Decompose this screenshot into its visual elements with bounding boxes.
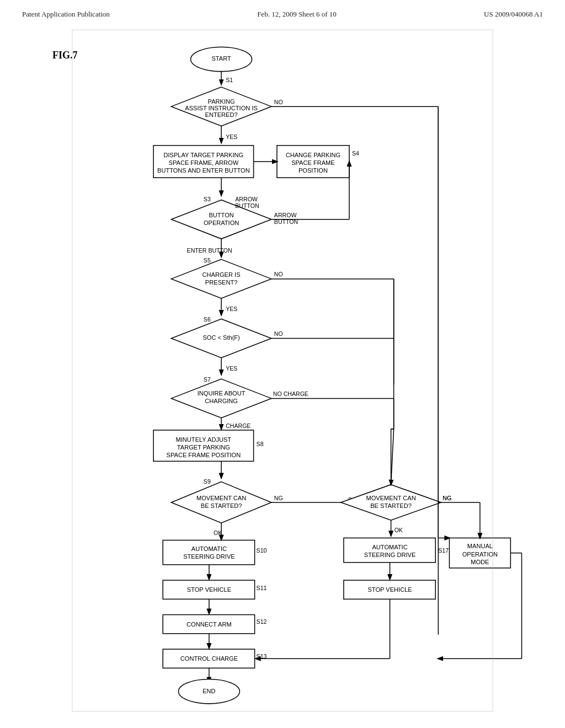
svg-text:STOP VEHICLE: STOP VEHICLE bbox=[367, 586, 412, 593]
svg-text:STOP VEHICLE: STOP VEHICLE bbox=[187, 586, 231, 593]
svg-text:NO: NO bbox=[274, 271, 283, 277]
svg-text:ENTER BUTTON: ENTER BUTTON bbox=[187, 247, 232, 254]
svg-text:CHARGER IS: CHARGER IS bbox=[202, 271, 241, 278]
svg-text:S5: S5 bbox=[204, 257, 211, 264]
svg-text:S10: S10 bbox=[257, 547, 267, 554]
start-node: START bbox=[211, 55, 231, 62]
svg-text:POSITION: POSITION bbox=[299, 167, 328, 174]
svg-text:CONNECT ARM: CONNECT ARM bbox=[186, 621, 232, 628]
svg-text:BUTTON: BUTTON bbox=[274, 218, 298, 225]
svg-text:ASSIST INSTRUCTION IS: ASSIST INSTRUCTION IS bbox=[185, 105, 258, 111]
svg-text:SOC < Sth(F): SOC < Sth(F) bbox=[202, 334, 239, 341]
flowchart-diagram: START S1 PARKING ASSIST INSTRUCTION IS E… bbox=[0, 29, 565, 713]
svg-text:STEERING DRIVE: STEERING DRIVE bbox=[364, 552, 416, 558]
svg-text:SPACE FRAME, ARROW: SPACE FRAME, ARROW bbox=[169, 159, 239, 166]
svg-text:OPERATION: OPERATION bbox=[462, 551, 498, 558]
svg-text:ARROW: ARROW bbox=[274, 212, 297, 218]
svg-text:MODE: MODE bbox=[471, 559, 489, 565]
svg-text:S8: S8 bbox=[257, 441, 264, 447]
svg-text:SPACE FRAME: SPACE FRAME bbox=[291, 159, 335, 166]
svg-text:BE STARTED?: BE STARTED? bbox=[201, 502, 242, 509]
svg-text:OK: OK bbox=[214, 529, 222, 536]
svg-text:CONTROL CHARGE: CONTROL CHARGE bbox=[180, 655, 238, 662]
svg-rect-133 bbox=[72, 30, 493, 711]
header-left: Patent Application Publication bbox=[22, 10, 110, 19]
svg-text:ENTERED?: ENTERED? bbox=[205, 111, 238, 118]
svg-text:MOVEMENT CAN: MOVEMENT CAN bbox=[196, 495, 246, 501]
svg-text:S4: S4 bbox=[352, 150, 359, 157]
svg-text:NO CHARGE: NO CHARGE bbox=[273, 390, 308, 397]
svg-text:MOVEMENT CAN: MOVEMENT CAN bbox=[366, 495, 415, 501]
svg-text:S7: S7 bbox=[204, 376, 211, 383]
svg-text:STEERING DRIVE: STEERING DRIVE bbox=[183, 553, 235, 560]
s1-diamond: PARKING bbox=[208, 98, 235, 105]
svg-text:S6: S6 bbox=[204, 316, 211, 323]
svg-text:NO: NO bbox=[274, 330, 283, 337]
end-node: END bbox=[202, 688, 215, 694]
svg-text:SPACE FRAME POSITION: SPACE FRAME POSITION bbox=[167, 452, 241, 458]
svg-text:INQUIRE ABOUT: INQUIRE ABOUT bbox=[198, 390, 246, 397]
svg-text:BE STARTED?: BE STARTED? bbox=[370, 502, 412, 509]
svg-text:YES: YES bbox=[226, 133, 237, 140]
svg-rect-105 bbox=[344, 538, 435, 562]
svg-text:S12: S12 bbox=[257, 618, 267, 625]
svg-text:S3: S3 bbox=[204, 196, 211, 202]
svg-text:S1: S1 bbox=[226, 77, 233, 83]
svg-text:MANUAL: MANUAL bbox=[467, 543, 493, 549]
svg-text:S17: S17 bbox=[438, 547, 449, 554]
svg-text:PRESENT?: PRESENT? bbox=[205, 279, 238, 286]
svg-text:ARROW: ARROW bbox=[235, 196, 258, 202]
svg-text:BUTTON: BUTTON bbox=[209, 212, 233, 218]
svg-text:NG: NG bbox=[443, 495, 451, 501]
header-right: US 2009/040068 A1 bbox=[484, 10, 543, 19]
svg-text:OPERATION: OPERATION bbox=[204, 220, 239, 226]
svg-text:DISPLAY TARGET PARKING: DISPLAY TARGET PARKING bbox=[164, 152, 244, 158]
svg-text:MINUTELY ADJUST: MINUTELY ADJUST bbox=[176, 436, 232, 443]
svg-text:OK: OK bbox=[395, 527, 403, 533]
svg-text:BUTTONS AND ENTER BUTTON: BUTTONS AND ENTER BUTTON bbox=[157, 167, 250, 174]
svg-text:AUTOMATIC: AUTOMATIC bbox=[372, 544, 407, 550]
svg-text:CHANGE PARKING: CHANGE PARKING bbox=[286, 152, 341, 158]
svg-text:NO: NO bbox=[274, 99, 283, 105]
svg-text:NG: NG bbox=[274, 495, 283, 501]
svg-text:CHARGE: CHARGE bbox=[226, 422, 250, 429]
svg-text:S11: S11 bbox=[257, 585, 267, 591]
svg-text:S9: S9 bbox=[204, 478, 211, 485]
header-middle: Feb. 12, 2009 Sheet 6 of 10 bbox=[257, 10, 337, 19]
svg-text:YES: YES bbox=[226, 306, 237, 312]
svg-text:AUTOMATIC: AUTOMATIC bbox=[191, 545, 227, 552]
svg-text:TARGET PARKING: TARGET PARKING bbox=[177, 444, 230, 451]
svg-text:YES: YES bbox=[226, 365, 237, 372]
page-header: Patent Application Publication Feb. 12, … bbox=[0, 0, 565, 23]
svg-text:CHARGING: CHARGING bbox=[205, 398, 238, 404]
svg-text:BUTTON: BUTTON bbox=[235, 202, 259, 209]
